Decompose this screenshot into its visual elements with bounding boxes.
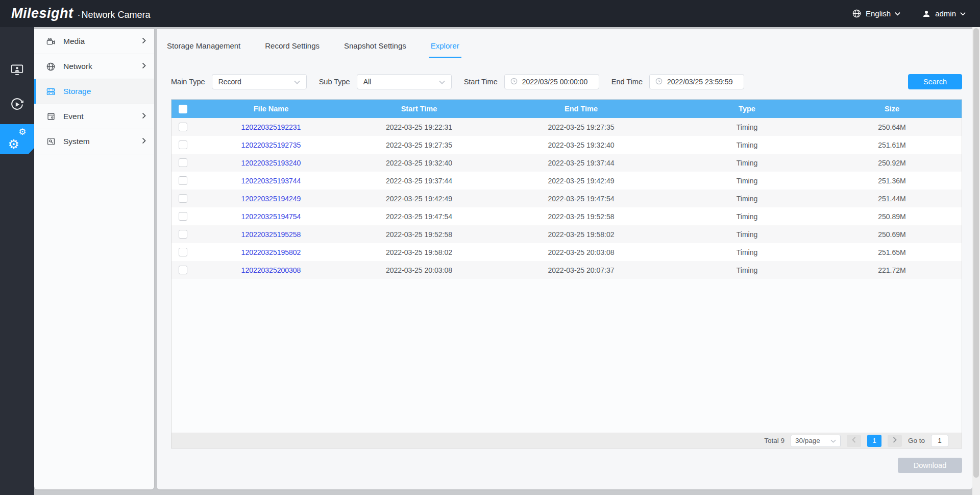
goto-page-input[interactable]: [931, 435, 948, 447]
table-row: 120220325195802 2022-03-25 19:58:02 2022…: [172, 243, 962, 261]
sidebar-item-media[interactable]: Media: [34, 29, 154, 54]
file-name-link[interactable]: 120220325194754: [241, 213, 301, 221]
clock-icon: [655, 77, 663, 87]
table-empty-area: [172, 279, 962, 433]
start-time-cell: 2022-03-25 19:47:54: [348, 207, 491, 225]
end-time-input[interactable]: 2022/03/25 23:59:59: [649, 74, 744, 89]
row-checkbox[interactable]: [179, 123, 187, 131]
chevron-left-icon: [852, 437, 856, 444]
current-page-button[interactable]: 1: [867, 435, 881, 447]
sidebar-item-network[interactable]: Network: [34, 54, 154, 79]
sidebar-item-system[interactable]: System: [34, 129, 154, 154]
username-label: admin: [935, 9, 956, 18]
type-cell: Timing: [672, 207, 822, 225]
prev-page-button[interactable]: [847, 435, 861, 447]
file-name-link[interactable]: 120220325193744: [241, 177, 301, 185]
language-selector[interactable]: English: [852, 9, 900, 18]
size-cell: 250.89M: [822, 207, 962, 225]
file-name-link[interactable]: 120220325195258: [241, 230, 301, 239]
start-time-cell: 2022-03-25 19:58:02: [348, 243, 491, 261]
sub-type-value: All: [363, 78, 372, 86]
sidebar-item-label: Event: [63, 112, 84, 121]
sidebar-item-event[interactable]: Event: [34, 104, 154, 129]
table-body: 120220325192231 2022-03-25 19:22:31 2022…: [172, 118, 962, 279]
chevron-right-icon: [142, 37, 146, 46]
end-time-cell: 2022-03-25 19:32:40: [491, 136, 672, 154]
chevron-down-icon: [960, 12, 966, 16]
row-checkbox[interactable]: [179, 230, 187, 239]
file-name-link[interactable]: 120220325193240: [241, 159, 301, 167]
sub-type-select[interactable]: All: [357, 74, 452, 89]
download-button[interactable]: Download: [898, 458, 962, 473]
sidebar-item-label: Network: [63, 62, 92, 71]
sidebar-item-label: Storage: [63, 87, 91, 96]
pagination-bar: Total 9 30/page 1 Go to: [172, 433, 962, 448]
icon-rail: ⚙ ⚙: [0, 27, 34, 495]
header-type: Type: [672, 100, 822, 118]
goto-label: Go to: [908, 437, 925, 444]
main-type-select[interactable]: Record: [212, 74, 307, 89]
type-cell: Timing: [672, 243, 822, 261]
row-checkbox[interactable]: [179, 248, 187, 256]
row-checkbox[interactable]: [179, 158, 187, 167]
chevron-right-icon: [893, 437, 897, 444]
end-time-value: 2022/03/25 23:59:59: [667, 78, 732, 86]
system-icon: [46, 137, 56, 147]
table-row: 120220325193240 2022-03-25 19:32:40 2022…: [172, 154, 962, 172]
total-count: Total 9: [764, 437, 785, 444]
row-checkbox[interactable]: [179, 176, 187, 185]
sidebar-item-storage[interactable]: Storage: [34, 79, 154, 104]
size-cell: 251.65M: [822, 243, 962, 261]
type-cell: Timing: [672, 136, 822, 154]
row-checkbox[interactable]: [179, 194, 187, 203]
header-size: Size: [822, 100, 962, 118]
file-name-link[interactable]: 120220325192735: [241, 141, 301, 149]
filter-bar: Main Type Record Sub Type All Start Time…: [171, 74, 962, 89]
brand-logo-text: Milesight: [11, 6, 74, 21]
main-type-value: Record: [218, 78, 241, 86]
tab-explorer[interactable]: Explorer: [429, 41, 461, 58]
file-name-link[interactable]: 120220325192231: [241, 123, 301, 131]
end-time-cell: 2022-03-25 20:07:37: [491, 261, 672, 279]
settings-button[interactable]: ⚙ ⚙: [0, 124, 34, 154]
next-page-button[interactable]: [888, 435, 902, 447]
end-time-cell: 2022-03-25 19:42:49: [491, 172, 672, 190]
row-checkbox[interactable]: [179, 212, 187, 221]
table-row: 120220325200308 2022-03-25 20:03:08 2022…: [172, 261, 962, 279]
end-time-cell: 2022-03-25 19:37:44: [491, 154, 672, 172]
file-name-link[interactable]: 120220325194249: [241, 195, 301, 203]
header-start-time: Start Time: [348, 100, 491, 118]
live-view-button[interactable]: [0, 59, 34, 82]
user-menu[interactable]: admin: [922, 9, 966, 18]
table-row: 120220325194754 2022-03-25 19:47:54 2022…: [172, 207, 962, 225]
globe-icon: [46, 62, 56, 72]
tab-storage-management[interactable]: Storage Management: [165, 41, 242, 58]
page-scrollbar[interactable]: [972, 27, 980, 495]
row-checkbox[interactable]: [179, 266, 187, 274]
file-name-link[interactable]: 120220325195802: [241, 248, 301, 256]
page-size-select[interactable]: 30/page: [791, 435, 841, 447]
chevron-right-icon: [142, 112, 146, 121]
playback-button[interactable]: [0, 93, 34, 117]
brand-separator: ·: [78, 10, 81, 20]
end-time-cell: 2022-03-25 19:52:58: [491, 207, 672, 225]
start-time-cell: 2022-03-25 19:22:31: [348, 118, 491, 136]
file-table: File Name Start Time End Time Type Size …: [171, 99, 962, 449]
end-time-cell: 2022-03-25 19:58:02: [491, 225, 672, 243]
row-checkbox[interactable]: [179, 140, 187, 149]
tab-record-settings[interactable]: Record Settings: [263, 41, 322, 58]
size-cell: 250.92M: [822, 154, 962, 172]
start-time-label: Start Time: [464, 78, 498, 86]
search-button[interactable]: Search: [908, 74, 962, 89]
chevron-down-icon: [439, 78, 445, 86]
event-icon: [46, 112, 56, 122]
sub-type-label: Sub Type: [319, 78, 350, 86]
main-type-label: Main Type: [171, 78, 205, 86]
file-name-link[interactable]: 120220325200308: [241, 266, 301, 274]
user-icon: [922, 9, 931, 18]
chevron-down-icon: [830, 437, 836, 444]
start-time-input[interactable]: 2022/03/25 00:00:00: [504, 74, 599, 89]
tab-snapshot-settings[interactable]: Snapshot Settings: [342, 41, 408, 58]
scrollbar-thumb[interactable]: [973, 28, 979, 478]
select-all-checkbox[interactable]: [179, 105, 187, 113]
